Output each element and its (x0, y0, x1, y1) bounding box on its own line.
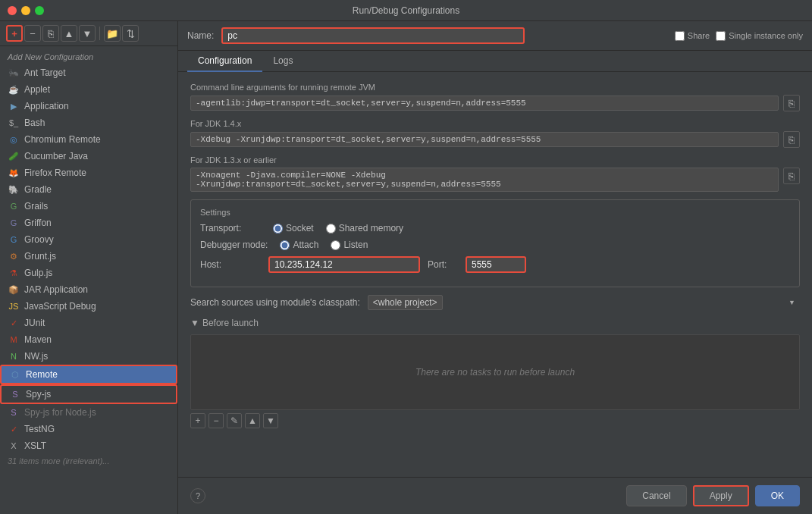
remote-icon: ⬡ (9, 368, 21, 381)
host-input[interactable] (268, 256, 420, 273)
debugger-listen-label: Listen (343, 240, 368, 250)
transport-socket-radio[interactable] (273, 224, 283, 233)
before-launch-header[interactable]: ▼ Before launch (190, 318, 800, 328)
jdk14-input[interactable] (190, 132, 779, 147)
sidebar-item-bash[interactable]: $_ Bash (0, 114, 177, 131)
sidebar-item-firefox-remote[interactable]: 🦊 Firefox Remote (0, 165, 177, 181)
debugger-attach-radio[interactable] (280, 240, 290, 250)
cmd-jvm-row: ⎘ (190, 95, 800, 111)
sidebar-label-remote: Remote (26, 369, 58, 380)
junit-icon: ✓ (8, 317, 20, 329)
before-launch-up-button[interactable]: ▲ (245, 413, 260, 428)
config-content: Command line arguments for running remot… (178, 72, 812, 477)
tabs-bar: Configuration Logs (178, 51, 812, 72)
add-configuration-button[interactable]: + (6, 25, 23, 42)
settings-box: Settings Transport: Socket Shared memory… (190, 199, 800, 287)
share-label: Share (688, 31, 710, 40)
sidebar-label-javascript-debug: JavaScript Debug (24, 301, 96, 312)
sidebar-item-spy-js[interactable]: S Spy-js (0, 384, 177, 404)
cmd-jvm-input[interactable] (190, 96, 779, 111)
before-launch-remove-button[interactable]: − (208, 413, 224, 428)
close-button[interactable] (8, 6, 17, 15)
sidebar-item-cucumber-java[interactable]: 🥒 Cucumber Java (0, 148, 177, 165)
sidebar-item-testng[interactable]: ✓ TestNG (0, 421, 177, 437)
sidebar-label-xslt: XSLT (24, 440, 46, 451)
tab-logs[interactable]: Logs (262, 51, 303, 72)
before-launch-add-button[interactable]: + (190, 413, 205, 428)
main-layout: + − ⎘ ▲ ▼ 📁 ⇅ Add New Configuration 🐜 An… (0, 21, 812, 514)
name-input[interactable] (221, 27, 525, 44)
sidebar-label-testng: TestNG (24, 424, 55, 434)
sidebar-item-application[interactable]: ▶ Application (0, 98, 177, 114)
sidebar-item-javascript-debug[interactable]: JS JavaScript Debug (0, 298, 177, 315)
help-button[interactable]: ? (190, 488, 205, 503)
minimize-button[interactable] (21, 6, 30, 15)
help-section: ? (190, 488, 205, 503)
sort-button[interactable]: ⇅ (122, 25, 139, 42)
sidebar-item-gradle[interactable]: 🐘 Gradle (0, 181, 177, 198)
cancel-button[interactable]: Cancel (626, 485, 686, 506)
sidebar-item-griffon[interactable]: G Griffon (0, 215, 177, 231)
debugger-mode-row: Debugger mode: Attach Listen (200, 240, 790, 250)
sidebar-item-gulp-js[interactable]: ⚗ Gulp.js (0, 265, 177, 281)
sidebar-item-jar-application[interactable]: 📦 JAR Application (0, 281, 177, 298)
port-label: Port: (428, 259, 458, 270)
debugger-listen-radio[interactable] (331, 240, 340, 250)
jdk14-copy-button[interactable]: ⎘ (783, 131, 800, 148)
before-launch-edit-button[interactable]: ✎ (227, 413, 242, 428)
sidebar-item-xslt[interactable]: X XSLT (0, 437, 177, 454)
transport-shared-radio[interactable] (326, 224, 336, 233)
sidebar-item-grunt-js[interactable]: ⚙ Grunt.js (0, 248, 177, 265)
sidebar-label-maven: Maven (24, 334, 52, 345)
jdk13-label: For JDK 1.3.x or earlier (190, 155, 800, 165)
apply-button[interactable]: Apply (693, 485, 749, 506)
remove-configuration-button[interactable]: − (24, 25, 41, 42)
cucumber-icon: 🥒 (8, 150, 20, 162)
maximize-button[interactable] (35, 6, 44, 15)
applet-icon: ☕ (8, 83, 20, 96)
jdk13-input[interactable]: -Xnoagent -Djava.compiler=NONE -Xdebug -… (190, 168, 779, 192)
debugger-attach-option: Attach (280, 240, 318, 250)
spy-js-node-icon: S (8, 406, 20, 418)
sidebar-item-nwjs[interactable]: N NW.js (0, 348, 177, 365)
sidebar-more-items[interactable]: 31 items more (irrelevant)... (0, 454, 177, 468)
transport-row: Transport: Socket Shared memory (200, 223, 790, 233)
sidebar-item-grails[interactable]: G Grails (0, 198, 177, 215)
before-launch-down-button[interactable]: ▼ (263, 413, 278, 428)
source-select[interactable]: <whole project> All modules Custom (368, 295, 443, 310)
sidebar-item-applet[interactable]: ☕ Applet (0, 81, 177, 98)
sidebar-item-remote[interactable]: ⬡ Remote (0, 365, 177, 384)
single-instance-checkbox[interactable] (716, 31, 726, 41)
sidebar-label-firefox-remote: Firefox Remote (24, 168, 86, 178)
sidebar-item-spy-js-node[interactable]: S Spy-js for Node.js (0, 404, 177, 421)
sidebar-item-ant-target[interactable]: 🐜 Ant Target (0, 64, 177, 81)
source-label: Search sources using module's classpath: (190, 297, 360, 308)
sidebar-label-spy-js-node: Spy-js for Node.js (24, 407, 96, 418)
sidebar-label-cucumber-java: Cucumber Java (24, 151, 88, 161)
sidebar-item-maven[interactable]: M Maven (0, 331, 177, 348)
move-down-button[interactable]: ▼ (79, 25, 96, 42)
tab-configuration[interactable]: Configuration (187, 51, 262, 72)
sidebar-toolbar: + − ⎘ ▲ ▼ 📁 ⇅ (0, 21, 177, 46)
sidebar-list: Add New Configuration 🐜 Ant Target ☕ App… (0, 46, 177, 514)
copy-configuration-button[interactable]: ⎘ (42, 25, 59, 42)
chromium-icon: ◎ (8, 133, 20, 146)
sidebar-label-grunt-js: Grunt.js (24, 251, 56, 262)
jdk13-copy-button[interactable]: ⎘ (783, 168, 800, 184)
before-launch-area: There are no tasks to run before launch (190, 334, 800, 410)
griffon-icon: G (8, 217, 20, 229)
ok-button[interactable]: OK (755, 485, 800, 506)
move-up-button[interactable]: ▲ (61, 25, 77, 42)
cmd-jvm-copy-button[interactable]: ⎘ (783, 95, 800, 111)
sidebar-item-chromium-remote[interactable]: ◎ Chromium Remote (0, 131, 177, 148)
folder-button[interactable]: 📁 (104, 25, 121, 42)
before-launch-section: ▼ Before launch There are no tasks to ru… (190, 318, 800, 431)
sidebar-label-nwjs: NW.js (24, 351, 48, 362)
share-checkbox[interactable] (675, 31, 685, 41)
groovy-icon: G (8, 233, 20, 246)
window-controls[interactable] (8, 6, 44, 15)
sidebar-item-groovy[interactable]: G Groovy (0, 231, 177, 248)
name-label: Name: (187, 30, 214, 41)
sidebar-item-junit[interactable]: ✓ JUnit (0, 315, 177, 331)
port-input[interactable] (466, 256, 526, 273)
